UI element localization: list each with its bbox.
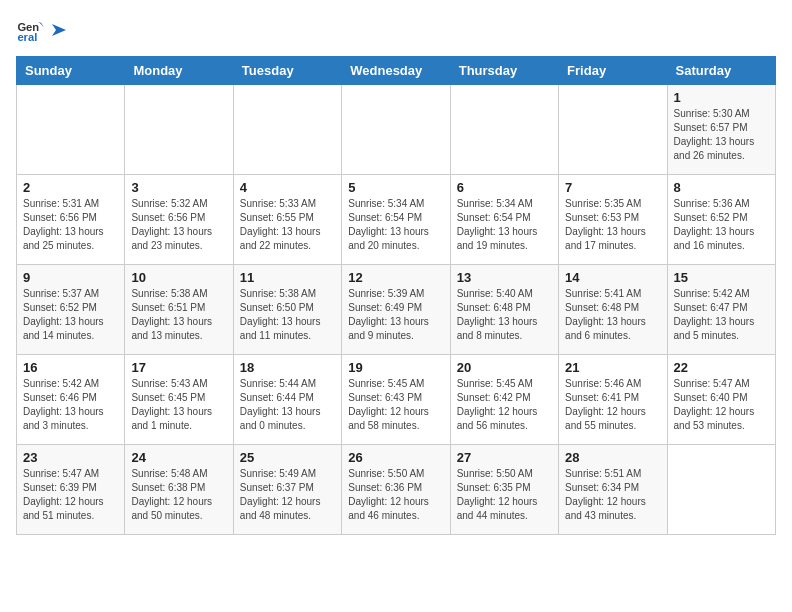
svg-text:eral: eral [17,31,37,43]
week-row-0: 1Sunrise: 5:30 AM Sunset: 6:57 PM Daylig… [17,85,776,175]
calendar-cell: 25Sunrise: 5:49 AM Sunset: 6:37 PM Dayli… [233,445,341,535]
calendar-cell [125,85,233,175]
logo-arrow-icon [48,20,68,40]
header-thursday: Thursday [450,57,558,85]
day-number: 4 [240,180,335,195]
day-number: 25 [240,450,335,465]
calendar-cell [450,85,558,175]
day-info: Sunrise: 5:38 AM Sunset: 6:50 PM Dayligh… [240,287,335,343]
day-info: Sunrise: 5:34 AM Sunset: 6:54 PM Dayligh… [457,197,552,253]
day-info: Sunrise: 5:51 AM Sunset: 6:34 PM Dayligh… [565,467,660,523]
day-info: Sunrise: 5:30 AM Sunset: 6:57 PM Dayligh… [674,107,769,163]
calendar-cell: 27Sunrise: 5:50 AM Sunset: 6:35 PM Dayli… [450,445,558,535]
day-info: Sunrise: 5:32 AM Sunset: 6:56 PM Dayligh… [131,197,226,253]
calendar-cell: 2Sunrise: 5:31 AM Sunset: 6:56 PM Daylig… [17,175,125,265]
day-number: 12 [348,270,443,285]
day-number: 22 [674,360,769,375]
day-info: Sunrise: 5:39 AM Sunset: 6:49 PM Dayligh… [348,287,443,343]
calendar-cell: 11Sunrise: 5:38 AM Sunset: 6:50 PM Dayli… [233,265,341,355]
day-number: 5 [348,180,443,195]
week-row-2: 9Sunrise: 5:37 AM Sunset: 6:52 PM Daylig… [17,265,776,355]
calendar-cell: 7Sunrise: 5:35 AM Sunset: 6:53 PM Daylig… [559,175,667,265]
day-number: 26 [348,450,443,465]
week-row-3: 16Sunrise: 5:42 AM Sunset: 6:46 PM Dayli… [17,355,776,445]
day-number: 17 [131,360,226,375]
day-info: Sunrise: 5:43 AM Sunset: 6:45 PM Dayligh… [131,377,226,433]
week-row-4: 23Sunrise: 5:47 AM Sunset: 6:39 PM Dayli… [17,445,776,535]
calendar-cell: 16Sunrise: 5:42 AM Sunset: 6:46 PM Dayli… [17,355,125,445]
calendar-cell: 24Sunrise: 5:48 AM Sunset: 6:38 PM Dayli… [125,445,233,535]
header-sunday: Sunday [17,57,125,85]
calendar-cell: 21Sunrise: 5:46 AM Sunset: 6:41 PM Dayli… [559,355,667,445]
header-tuesday: Tuesday [233,57,341,85]
day-number: 1 [674,90,769,105]
day-info: Sunrise: 5:45 AM Sunset: 6:42 PM Dayligh… [457,377,552,433]
calendar-cell: 14Sunrise: 5:41 AM Sunset: 6:48 PM Dayli… [559,265,667,355]
day-info: Sunrise: 5:31 AM Sunset: 6:56 PM Dayligh… [23,197,118,253]
day-number: 8 [674,180,769,195]
header-row: SundayMondayTuesdayWednesdayThursdayFrid… [17,57,776,85]
day-number: 19 [348,360,443,375]
logo: Gen eral [16,16,68,44]
day-info: Sunrise: 5:36 AM Sunset: 6:52 PM Dayligh… [674,197,769,253]
day-info: Sunrise: 5:38 AM Sunset: 6:51 PM Dayligh… [131,287,226,343]
calendar-cell [342,85,450,175]
day-number: 27 [457,450,552,465]
svg-marker-2 [38,22,44,28]
calendar-cell: 4Sunrise: 5:33 AM Sunset: 6:55 PM Daylig… [233,175,341,265]
header-saturday: Saturday [667,57,775,85]
day-info: Sunrise: 5:44 AM Sunset: 6:44 PM Dayligh… [240,377,335,433]
day-info: Sunrise: 5:35 AM Sunset: 6:53 PM Dayligh… [565,197,660,253]
calendar-cell: 8Sunrise: 5:36 AM Sunset: 6:52 PM Daylig… [667,175,775,265]
day-number: 2 [23,180,118,195]
calendar-cell [233,85,341,175]
calendar-cell [667,445,775,535]
calendar-cell: 1Sunrise: 5:30 AM Sunset: 6:57 PM Daylig… [667,85,775,175]
day-number: 20 [457,360,552,375]
header: Gen eral [16,16,776,44]
day-number: 23 [23,450,118,465]
day-info: Sunrise: 5:33 AM Sunset: 6:55 PM Dayligh… [240,197,335,253]
calendar-cell: 3Sunrise: 5:32 AM Sunset: 6:56 PM Daylig… [125,175,233,265]
header-wednesday: Wednesday [342,57,450,85]
day-info: Sunrise: 5:45 AM Sunset: 6:43 PM Dayligh… [348,377,443,433]
calendar-cell: 18Sunrise: 5:44 AM Sunset: 6:44 PM Dayli… [233,355,341,445]
day-number: 7 [565,180,660,195]
calendar-cell: 17Sunrise: 5:43 AM Sunset: 6:45 PM Dayli… [125,355,233,445]
calendar-cell: 6Sunrise: 5:34 AM Sunset: 6:54 PM Daylig… [450,175,558,265]
day-info: Sunrise: 5:48 AM Sunset: 6:38 PM Dayligh… [131,467,226,523]
calendar-cell: 22Sunrise: 5:47 AM Sunset: 6:40 PM Dayli… [667,355,775,445]
day-number: 14 [565,270,660,285]
day-info: Sunrise: 5:50 AM Sunset: 6:35 PM Dayligh… [457,467,552,523]
day-info: Sunrise: 5:47 AM Sunset: 6:40 PM Dayligh… [674,377,769,433]
day-info: Sunrise: 5:41 AM Sunset: 6:48 PM Dayligh… [565,287,660,343]
day-number: 6 [457,180,552,195]
day-info: Sunrise: 5:46 AM Sunset: 6:41 PM Dayligh… [565,377,660,433]
logo-icon: Gen eral [16,16,44,44]
day-info: Sunrise: 5:42 AM Sunset: 6:47 PM Dayligh… [674,287,769,343]
calendar-cell: 10Sunrise: 5:38 AM Sunset: 6:51 PM Dayli… [125,265,233,355]
calendar-cell: 28Sunrise: 5:51 AM Sunset: 6:34 PM Dayli… [559,445,667,535]
calendar-cell: 23Sunrise: 5:47 AM Sunset: 6:39 PM Dayli… [17,445,125,535]
day-number: 9 [23,270,118,285]
day-info: Sunrise: 5:49 AM Sunset: 6:37 PM Dayligh… [240,467,335,523]
header-friday: Friday [559,57,667,85]
day-info: Sunrise: 5:47 AM Sunset: 6:39 PM Dayligh… [23,467,118,523]
calendar-cell [17,85,125,175]
calendar-cell: 15Sunrise: 5:42 AM Sunset: 6:47 PM Dayli… [667,265,775,355]
calendar-cell: 13Sunrise: 5:40 AM Sunset: 6:48 PM Dayli… [450,265,558,355]
calendar-cell: 9Sunrise: 5:37 AM Sunset: 6:52 PM Daylig… [17,265,125,355]
day-info: Sunrise: 5:34 AM Sunset: 6:54 PM Dayligh… [348,197,443,253]
day-info: Sunrise: 5:40 AM Sunset: 6:48 PM Dayligh… [457,287,552,343]
calendar-cell: 19Sunrise: 5:45 AM Sunset: 6:43 PM Dayli… [342,355,450,445]
calendar-cell: 26Sunrise: 5:50 AM Sunset: 6:36 PM Dayli… [342,445,450,535]
day-number: 13 [457,270,552,285]
calendar-cell: 20Sunrise: 5:45 AM Sunset: 6:42 PM Dayli… [450,355,558,445]
calendar-cell: 5Sunrise: 5:34 AM Sunset: 6:54 PM Daylig… [342,175,450,265]
day-info: Sunrise: 5:50 AM Sunset: 6:36 PM Dayligh… [348,467,443,523]
day-number: 24 [131,450,226,465]
day-number: 10 [131,270,226,285]
svg-marker-3 [52,24,66,36]
day-info: Sunrise: 5:42 AM Sunset: 6:46 PM Dayligh… [23,377,118,433]
day-number: 3 [131,180,226,195]
